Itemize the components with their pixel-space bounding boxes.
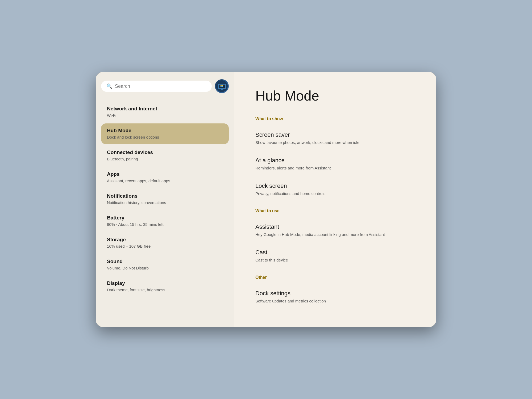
nav-item-title: Network and Internet xyxy=(107,106,223,112)
svg-rect-2 xyxy=(219,85,225,88)
nav-item-title: Display xyxy=(107,280,223,286)
settings-item-1-1[interactable]: Cast Cast to this device xyxy=(255,244,415,268)
nav-item-title: Notifications xyxy=(107,193,223,199)
sidebar: 🔍 xyxy=(96,72,234,327)
section-2: Other Dock settings Software updates and… xyxy=(255,275,415,309)
sidebar-item-apps[interactable]: Apps Assistant, recent apps, default app… xyxy=(101,167,229,188)
avatar-image xyxy=(215,79,229,93)
nav-item-subtitle: 16% used – 107 GB free xyxy=(107,243,223,249)
section-header-0: What to show xyxy=(255,117,415,121)
nav-item-subtitle: Volume, Do Not Disturb xyxy=(107,265,223,271)
sidebar-item-hub-mode[interactable]: Hub Mode Dock and lock screen options xyxy=(101,123,229,144)
nav-item-title: Storage xyxy=(107,237,223,243)
settings-item-2-0[interactable]: Dock settings Software updates and metri… xyxy=(255,285,415,309)
svg-rect-5 xyxy=(222,85,223,86)
sidebar-item-sound[interactable]: Sound Volume, Do Not Disturb xyxy=(101,254,229,275)
sidebar-item-storage[interactable]: Storage 16% used – 107 GB free xyxy=(101,232,229,253)
settings-item-title: At a glance xyxy=(255,157,415,164)
nav-item-title: Battery xyxy=(107,215,223,221)
nav-item-subtitle: Bluetooth, pairing xyxy=(107,156,223,162)
sidebar-item-battery[interactable]: Battery 90% - About 15 hrs, 35 mins left xyxy=(101,211,229,231)
nav-item-subtitle: Notification history, conversations xyxy=(107,200,223,205)
nav-item-title: Apps xyxy=(107,171,223,177)
page-title: Hub Mode xyxy=(255,88,415,104)
device-frame: 🔍 xyxy=(96,72,436,327)
section-1: What to use Assistant Hey Google in Hub … xyxy=(255,209,415,268)
settings-item-title: Cast xyxy=(255,249,415,256)
section-header-1: What to use xyxy=(255,209,415,213)
settings-item-title: Assistant xyxy=(255,223,415,230)
nav-item-title: Sound xyxy=(107,259,223,264)
nav-item-subtitle: 90% - About 15 hrs, 35 mins left xyxy=(107,222,223,227)
settings-item-0-2[interactable]: Lock screen Privacy, notifications and h… xyxy=(255,178,415,201)
sidebar-item-notifications[interactable]: Notifications Notification history, conv… xyxy=(101,189,229,210)
nav-item-subtitle: Dark theme, font size, brightness xyxy=(107,287,223,293)
settings-item-title: Lock screen xyxy=(255,182,415,189)
avatar[interactable] xyxy=(215,79,229,93)
sections-container: What to show Screen saver Show favourite… xyxy=(255,117,415,309)
sidebar-item-connected[interactable]: Connected devices Bluetooth, pairing xyxy=(101,145,229,166)
settings-item-desc: Privacy, notifications and home controls xyxy=(255,191,415,196)
settings-item-desc: Software updates and metrics collection xyxy=(255,298,415,304)
sidebar-item-network[interactable]: Network and Internet Wi-Fi xyxy=(101,102,229,122)
settings-item-desc: Hey Google in Hub Mode, media account li… xyxy=(255,232,415,237)
nav-item-subtitle: Dock and lock screen options xyxy=(107,134,223,140)
main-content: Hub Mode What to show Screen saver Show … xyxy=(234,72,436,327)
search-icon: 🔍 xyxy=(106,83,112,89)
svg-rect-3 xyxy=(220,85,221,86)
settings-item-title: Screen saver xyxy=(255,131,415,138)
nav-items-container: Network and Internet Wi-Fi Hub Mode Dock… xyxy=(101,102,229,298)
settings-item-1-0[interactable]: Assistant Hey Google in Hub Mode, media … xyxy=(255,219,415,242)
settings-item-desc: Show favourite photos, artwork, clocks a… xyxy=(255,140,415,145)
settings-item-desc: Cast to this device xyxy=(255,257,415,263)
search-input[interactable] xyxy=(115,84,206,89)
nav-item-subtitle: Wi-Fi xyxy=(107,113,223,118)
nav-item-title: Connected devices xyxy=(107,149,223,155)
search-bar: 🔍 xyxy=(101,79,229,93)
svg-rect-9 xyxy=(221,89,223,90)
section-header-2: Other xyxy=(255,275,415,280)
settings-item-desc: Reminders, alerts and more from Assistan… xyxy=(255,165,415,171)
svg-rect-8 xyxy=(222,86,223,87)
svg-rect-7 xyxy=(221,86,222,87)
svg-rect-10 xyxy=(220,90,224,90)
settings-item-title: Dock settings xyxy=(255,290,415,297)
sidebar-item-display[interactable]: Display Dark theme, font size, brightnes… xyxy=(101,276,229,297)
settings-item-0-1[interactable]: At a glance Reminders, alerts and more f… xyxy=(255,152,415,176)
svg-rect-4 xyxy=(221,85,222,86)
nav-item-subtitle: Assistant, recent apps, default apps xyxy=(107,178,223,184)
nav-item-title: Hub Mode xyxy=(107,128,223,134)
section-0: What to show Screen saver Show favourite… xyxy=(255,117,415,201)
settings-item-0-0[interactable]: Screen saver Show favourite photos, artw… xyxy=(255,127,415,150)
svg-rect-6 xyxy=(220,86,221,87)
search-wrapper[interactable]: 🔍 xyxy=(101,81,212,92)
